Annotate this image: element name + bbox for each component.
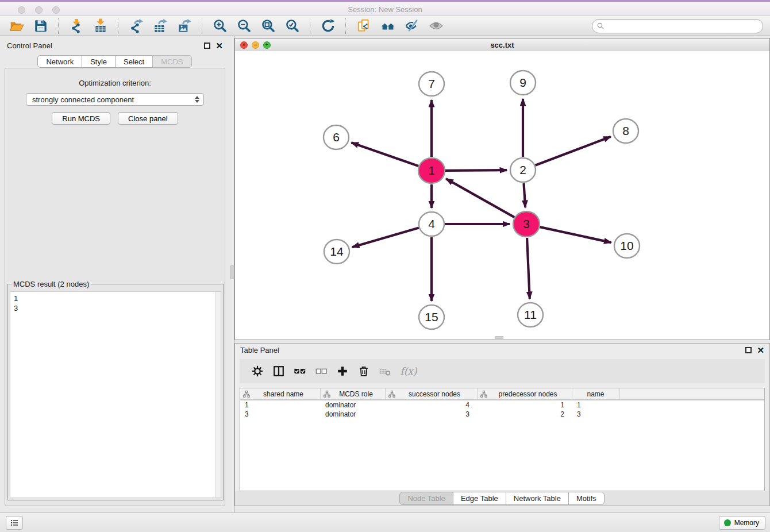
table-cell[interactable]: dominator — [321, 400, 386, 410]
vertical-splitter[interactable] — [230, 36, 234, 512]
uncheck-pair-button[interactable] — [310, 361, 332, 381]
table-float-panel-icon[interactable] — [745, 347, 752, 353]
graph-edge-4-14[interactable] — [352, 228, 419, 247]
toolbar-separator — [202, 18, 203, 34]
export-network-icon — [129, 18, 144, 33]
save-button[interactable] — [29, 17, 53, 35]
column-tree-icon — [324, 391, 330, 398]
table-cell[interactable]: 2 — [478, 410, 572, 419]
memory-status-icon — [724, 519, 731, 526]
network-close-icon[interactable]: × — [240, 41, 248, 49]
tab-edge-table[interactable]: Edge Table — [453, 492, 506, 505]
zoom-fit-button[interactable] — [256, 17, 280, 35]
column-header-predecessor-nodes[interactable]: predecessor nodes — [478, 388, 572, 399]
uncheck-pair-icon — [315, 365, 328, 377]
tab-style[interactable]: Style — [82, 55, 116, 68]
check-pair-button[interactable] — [289, 361, 310, 381]
network-canvas[interactable]: 7968124314101511 — [235, 51, 769, 340]
mcds-result-item: 1 — [14, 294, 215, 303]
table-cell[interactable]: 3 — [386, 410, 478, 419]
hide-eye-button[interactable] — [400, 17, 424, 35]
show-eye-button[interactable] — [424, 17, 448, 35]
close-panel-icon[interactable]: ✕ — [215, 43, 223, 49]
refresh-icon — [321, 18, 336, 33]
tab-network[interactable]: Network — [37, 55, 82, 68]
plus-button[interactable] — [332, 361, 353, 381]
graph-node-6[interactable]: 6 — [324, 125, 349, 149]
graph-edge-3-11[interactable] — [527, 238, 530, 299]
zoom-selected-button[interactable] — [280, 17, 305, 35]
graph-edge-3-10[interactable] — [540, 227, 611, 242]
tab-motifs[interactable]: Motifs — [568, 492, 605, 505]
run-mcds-button[interactable]: Run MCDS — [52, 112, 110, 125]
network-window-titlebar: × − + scc.txt — [235, 38, 769, 52]
graph-edge-2-3[interactable] — [524, 183, 526, 207]
import-network-icon — [69, 18, 84, 33]
refresh-button[interactable] — [316, 17, 340, 35]
search-box[interactable] — [592, 19, 763, 33]
table-cell[interactable]: 1 — [478, 400, 572, 410]
tab-mcds[interactable]: MCDS — [152, 55, 191, 68]
tab-select[interactable]: Select — [115, 55, 153, 68]
graph-edge-3-1[interactable] — [446, 179, 514, 217]
table-cell[interactable]: 3 — [240, 410, 321, 419]
column-header-name[interactable]: name — [572, 388, 620, 399]
table-close-panel-icon[interactable]: ✕ — [757, 347, 764, 353]
network-view-window: × − + scc.txt 7968124314101511 — [234, 38, 770, 340]
table-row[interactable]: 1dominator411 — [240, 400, 764, 410]
zoom-out-button[interactable] — [232, 17, 256, 35]
graph-node-7[interactable]: 7 — [419, 72, 444, 96]
graph-node-1[interactable]: 1 — [418, 158, 445, 183]
import-network-button[interactable] — [64, 17, 88, 35]
tab-node-table[interactable]: Node Table — [399, 492, 453, 505]
export-image-button[interactable] — [172, 17, 197, 35]
network-maximize-icon[interactable]: + — [263, 41, 271, 49]
table-cell[interactable]: 1 — [572, 400, 620, 410]
home-icon — [380, 18, 395, 33]
search-input[interactable] — [605, 20, 763, 32]
float-panel-icon[interactable] — [204, 43, 210, 49]
export-table-icon — [153, 18, 168, 33]
close-panel-button[interactable]: Close panel — [118, 112, 178, 125]
table-cell[interactable]: dominator — [321, 410, 386, 419]
network-hscrollbar-thumb[interactable] — [495, 336, 503, 339]
table-cell[interactable]: 3 — [572, 410, 620, 419]
zoom-in-button[interactable] — [208, 17, 232, 35]
graph-node-14[interactable]: 14 — [324, 240, 349, 264]
home-button[interactable] — [376, 17, 400, 35]
table-row[interactable]: 3dominator323 — [240, 410, 764, 419]
column-header-successor-nodes[interactable]: successor nodes — [386, 388, 478, 399]
copy-network-button[interactable] — [352, 17, 376, 35]
graph-node-9[interactable]: 9 — [510, 71, 536, 95]
open-folder-button[interactable] — [5, 17, 29, 35]
result-scrollbar[interactable] — [215, 291, 221, 498]
graph-edge-2-8[interactable] — [536, 137, 611, 165]
graph-node-8[interactable]: 8 — [613, 119, 638, 143]
column-header-shared-name[interactable]: shared name — [240, 388, 321, 399]
graph-node-3[interactable]: 3 — [513, 211, 540, 237]
import-table-button[interactable] — [88, 17, 113, 35]
gear-button[interactable] — [247, 361, 268, 381]
graph-node-10[interactable]: 10 — [614, 234, 640, 258]
optimization-value: strongly connected component — [32, 95, 134, 104]
graph-node-15[interactable]: 15 — [419, 305, 444, 329]
column-header-mcds-role[interactable]: MCDS role — [321, 388, 386, 399]
graph-node-4[interactable]: 4 — [419, 212, 444, 236]
vertical-splitter-handle[interactable] — [230, 265, 234, 279]
optimization-select[interactable]: strongly connected component — [26, 93, 204, 106]
graph-node-2[interactable]: 2 — [510, 158, 536, 182]
trash-icon — [357, 365, 370, 377]
split-column-button[interactable] — [268, 361, 289, 381]
trash-button[interactable] — [353, 361, 374, 381]
graph-edge-1-2[interactable] — [445, 170, 507, 171]
graph-edge-1-6[interactable] — [351, 142, 418, 166]
table-cell[interactable]: 4 — [386, 400, 478, 410]
graph-node-11[interactable]: 11 — [518, 303, 543, 327]
task-history-button[interactable] — [6, 516, 23, 530]
export-table-button[interactable] — [148, 17, 172, 35]
tab-network-table[interactable]: Network Table — [506, 492, 569, 505]
memory-button[interactable]: Memory — [719, 516, 765, 530]
table-cell[interactable]: 1 — [240, 400, 321, 410]
export-network-button[interactable] — [124, 17, 148, 35]
network-minimize-icon[interactable]: − — [252, 41, 259, 49]
